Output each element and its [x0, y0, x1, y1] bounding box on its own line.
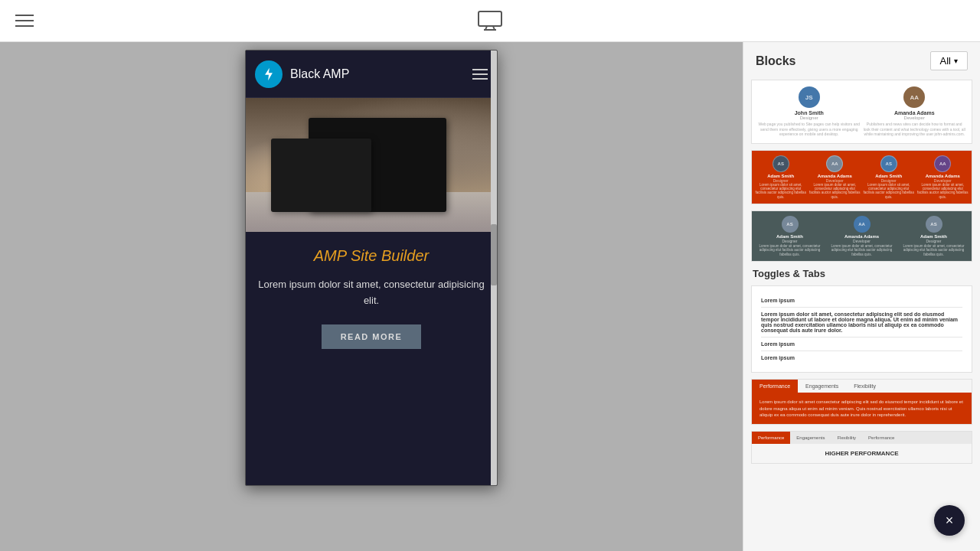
lightning-bolt-icon	[255, 60, 283, 88]
member-role-2: Developer	[864, 116, 966, 120]
orange-avatar-4: AA	[934, 155, 951, 172]
amp-site-builder-title: AMP Site Builder	[258, 247, 485, 265]
dark-member-3: AS Adam Smith Designer Lorem ipsum dolor…	[899, 216, 969, 256]
orange-desc-2: Lorem ipsum dolor sit amet, consectetur …	[809, 183, 861, 200]
dark-role-2: Developer	[827, 239, 897, 243]
hero-image	[246, 98, 497, 232]
team-member-2: AA Amanda Adams Developer Publishers and…	[864, 86, 966, 137]
mobile-scrollbar-thumb	[491, 224, 497, 285]
dark-role-3: Designer	[899, 239, 969, 243]
orange-member-1: AS Adam Smith Designer Lorem ipsum dolor…	[755, 155, 807, 200]
chevron-down-icon: ▾	[954, 57, 958, 65]
dark-desc-3: Lorem ipsum dolor sit amet, consectetur …	[899, 244, 969, 256]
monitor-icon	[478, 11, 502, 31]
toggle-white-block[interactable]: Lorem ipsum Lorem ipsum dolor sit amet, …	[751, 285, 972, 373]
tab-flexibility[interactable]: Flexibility	[846, 380, 884, 393]
mobile-hamburger-icon[interactable]	[472, 69, 488, 80]
tabs-dark-content: HIGHER PERFORMANCE	[752, 444, 972, 463]
close-icon: ×	[946, 513, 954, 529]
toggle-title-2: Lorem ipsum dolor sit amet, consectetur …	[761, 311, 962, 333]
svg-rect-0	[479, 11, 501, 26]
close-panel-button[interactable]: ×	[934, 505, 965, 536]
mobile-frame: Black AMP	[245, 50, 498, 486]
orange-desc-3: Lorem ipsum dolor sit amet, consectetur …	[863, 183, 915, 200]
tabs-dark-block[interactable]: Performance Engagements Flexibility Perf…	[751, 431, 972, 464]
mobile-nav: Black AMP	[246, 51, 497, 98]
mobile-content: AMP Site Builder Lorem ipsum dolor sit a…	[246, 232, 497, 364]
member-desc-2: Publishers and news sites can decide how…	[864, 122, 966, 137]
member-role-1: Designer	[758, 116, 861, 120]
read-more-button[interactable]: READ MORE	[322, 324, 421, 349]
all-filter-button[interactable]: All ▾	[930, 51, 968, 70]
toggles-tabs-title: Toggles & Tabs	[751, 268, 972, 279]
right-panel: Blocks All ▾ JS John Smith Designer Web …	[743, 42, 980, 551]
higher-performance-text: HIGHER PERFORMANCE	[760, 450, 964, 457]
member-avatar-1: JS	[799, 86, 820, 108]
orange-desc-4: Lorem ipsum dolor sit amet, consectetur …	[917, 183, 969, 200]
amp-description: Lorem ipsum dolor sit amet, consectetur …	[258, 277, 485, 309]
panel-content: JS John Smith Designer Web page you publ…	[743, 80, 980, 551]
orange-avatar-1: AS	[773, 155, 789, 172]
toggle-title-3: Lorem ipsum	[761, 341, 962, 347]
phone-device-back	[271, 139, 371, 212]
blocks-title: Blocks	[756, 54, 795, 68]
orange-desc-1: Lorem ipsum dolor sit amet, consectetur …	[755, 183, 807, 200]
dark-tab-performance[interactable]: Performance	[752, 432, 790, 444]
toggle-item-4: Lorem ipsum	[761, 351, 962, 364]
member-name-2: Amanda Adams	[864, 110, 966, 116]
member-name-1: John Smith	[758, 110, 861, 116]
orange-member-2: AA Amanda Adams Developer Lorem ipsum do…	[809, 155, 861, 200]
menu-icon[interactable]	[15, 15, 34, 27]
tabs-orange-block[interactable]: Performance Engagements Flexibility Lore…	[751, 379, 972, 425]
team-member-1: JS John Smith Designer Web page you publ…	[758, 86, 861, 137]
tabs-orange-content: Lorem ipsum dolor sit amet consectetur a…	[752, 393, 972, 424]
preview-area: Black AMP	[0, 42, 743, 551]
topbar	[0, 0, 980, 42]
orange-member-3: AS Adam Smith Designer Lorem ipsum dolor…	[863, 155, 915, 200]
dark-role-1: Designer	[755, 239, 825, 243]
toggle-item-3: Lorem ipsum	[761, 337, 962, 351]
dark-avatar-3: AS	[926, 216, 942, 233]
dark-avatar-1: AS	[782, 216, 799, 233]
site-title: Black AMP	[290, 67, 349, 81]
tabs-orange-text: Lorem ipsum dolor sit amet consectetur a…	[760, 399, 964, 418]
member-avatar-2: AA	[903, 86, 925, 108]
member-desc-1: Web page you published to Site pages can…	[758, 122, 861, 137]
toggle-item-1: Lorem ipsum	[761, 294, 962, 308]
dark-tab-flexibility[interactable]: Flexibility	[831, 432, 862, 444]
nav-left: Black AMP	[255, 60, 349, 88]
team-2col-block[interactable]: JS John Smith Designer Web page you publ…	[751, 80, 972, 144]
main-area: Black AMP	[0, 42, 980, 551]
panel-header: Blocks All ▾	[743, 42, 980, 80]
dark-member-2: AA Amanda Adams Developer Lorem ipsum do…	[827, 216, 897, 256]
toggles-tabs-section: Toggles & Tabs Lorem ipsum Lorem ipsum d…	[751, 268, 972, 464]
orange-avatar-2: AA	[826, 155, 843, 172]
tab-performance[interactable]: Performance	[752, 380, 798, 393]
mobile-scrollbar[interactable]	[491, 51, 497, 485]
dark-desc-1: Lorem ipsum dolor sit amet, consectetur …	[755, 244, 825, 256]
team-3col-dark-block[interactable]: AS Adam Smith Designer Lorem ipsum dolor…	[751, 210, 972, 262]
orange-member-4: AA Amanda Adams Developer Lorem ipsum do…	[917, 155, 969, 200]
toggle-title-1: Lorem ipsum	[761, 298, 962, 303]
dark-tab-engagements[interactable]: Engagements	[790, 432, 831, 444]
tab-engagements[interactable]: Engagements	[798, 380, 846, 393]
toggle-title-4: Lorem ipsum	[761, 355, 962, 360]
toggle-item-2: Lorem ipsum dolor sit amet, consectetur …	[761, 308, 962, 337]
dark-desc-2: Lorem ipsum dolor sit amet, consectetur …	[827, 244, 897, 256]
dark-member-1: AS Adam Smith Designer Lorem ipsum dolor…	[755, 216, 825, 256]
svg-marker-4	[265, 67, 273, 80]
dark-avatar-2: AA	[854, 216, 871, 233]
dark-tab-performance2[interactable]: Performance	[862, 432, 900, 444]
orange-avatar-3: AS	[880, 155, 897, 172]
team-4col-orange-block[interactable]: AS Adam Smith Designer Lorem ipsum dolor…	[751, 150, 972, 205]
hero-image-inner	[246, 98, 497, 232]
